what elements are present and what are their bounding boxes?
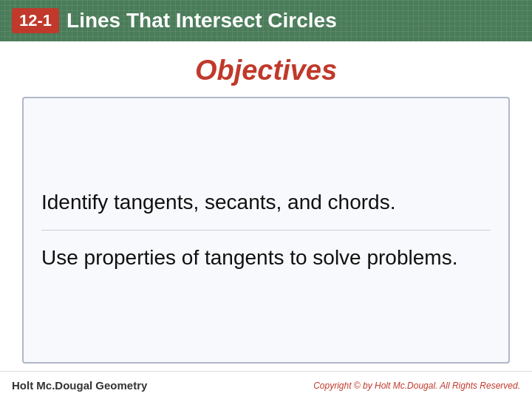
footer-left: Holt Mc.Dougal Geometry: [12, 379, 147, 392]
objectives-title: Objectives: [195, 55, 337, 86]
objective-divider: [41, 230, 491, 231]
header-title: Lines That Intersect Circles: [66, 9, 337, 33]
footer: Holt Mc.Dougal Geometry Copyright © by H…: [0, 371, 532, 399]
main-content: Objectives Identify tangents, secants, a…: [0, 41, 532, 371]
objective-item-2: Use properties of tangents to solve prob…: [41, 244, 491, 272]
lesson-badge: 12-1: [12, 8, 59, 33]
footer-right: Copyright © by Holt Mc.Dougal. All Right…: [313, 381, 520, 391]
header: 12-1 Lines That Intersect Circles: [0, 0, 532, 41]
slide: 12-1 Lines That Intersect Circles Object…: [0, 0, 532, 399]
objective-item-1: Identify tangents, secants, and chords.: [41, 188, 491, 216]
objectives-box: Identify tangents, secants, and chords. …: [22, 97, 510, 364]
